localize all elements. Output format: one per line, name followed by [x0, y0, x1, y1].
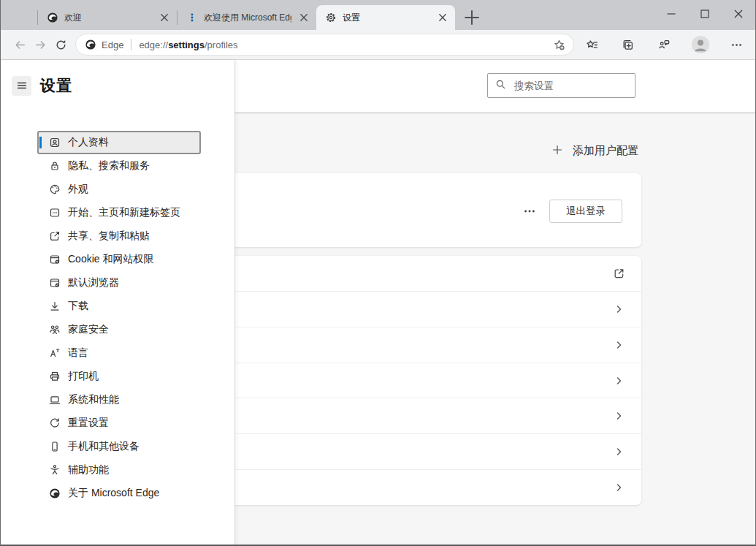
- gear-icon: [325, 12, 337, 23]
- refresh-button[interactable]: [50, 34, 71, 55]
- sidebar-item-label: 家庭安全: [68, 323, 109, 336]
- accessibility-icon: [49, 464, 61, 476]
- search-icon: [495, 79, 506, 93]
- tab-actions-button[interactable]: [11, 8, 28, 24]
- chevron-right-icon: [613, 446, 625, 458]
- search-input[interactable]: [513, 80, 627, 92]
- default-browser-icon: [49, 277, 61, 289]
- browser-window: 欢迎 欢迎使用 Microsoft Edg 设置: [0, 0, 756, 546]
- sidebar-item-printer[interactable]: 打印机: [38, 365, 200, 387]
- plus-icon: [551, 144, 563, 158]
- sidebar-item-lock[interactable]: 隐私、搜索和服务: [38, 155, 200, 177]
- toolbar-right-icons: [581, 34, 747, 55]
- sidebar-item-label: 隐私、搜索和服务: [68, 159, 150, 172]
- sidebar-item-reset[interactable]: 重置设置: [38, 412, 200, 434]
- address-bar[interactable]: Edge edge://settings/profiles: [75, 34, 574, 56]
- address-separator: [131, 39, 131, 50]
- window-controls: [654, 0, 755, 30]
- tab-welcome-edge[interactable]: 欢迎使用 Microsoft Edg: [177, 5, 316, 30]
- sidebar-item-label: 辅助功能: [68, 463, 109, 477]
- sidebar-item-label: 重置设置: [68, 417, 109, 430]
- add-profile-button[interactable]: 添加用户配置: [550, 140, 640, 161]
- person-card-icon: [49, 137, 61, 148]
- favorites-button[interactable]: [581, 34, 602, 55]
- sidebar-item-default-browser[interactable]: 默认浏览器: [38, 272, 200, 294]
- minimize-button[interactable]: [654, 0, 688, 28]
- tab-welcome[interactable]: 欢迎: [38, 5, 177, 30]
- add-profile-label: 添加用户配置: [573, 144, 638, 158]
- sign-out-button[interactable]: 退出登录: [549, 200, 622, 223]
- sidebar-item-language[interactable]: 语言: [38, 342, 200, 364]
- url-text: edge://settings/profiles: [139, 39, 237, 50]
- tab-title: 欢迎使用 Microsoft Edg: [204, 12, 291, 24]
- chevron-right-icon: [613, 410, 625, 422]
- sidebar-item-download[interactable]: 下载: [38, 295, 200, 317]
- printer-icon: [49, 371, 61, 382]
- new-tab-button[interactable]: [462, 8, 481, 27]
- sidebar-item-label: 下载: [68, 300, 88, 313]
- sidebar-item-label: 共享、复制和粘贴: [68, 230, 150, 243]
- sidebar-item-label: 个人资料: [68, 136, 109, 149]
- chevron-right-icon: [613, 374, 625, 387]
- sidebar-item-person-card[interactable]: 个人资料: [38, 132, 200, 153]
- close-window-button[interactable]: [722, 0, 755, 28]
- toolbar: Edge edge://settings/profiles: [1, 30, 755, 60]
- collections-button[interactable]: [618, 34, 638, 55]
- reset-icon: [49, 417, 61, 429]
- back-button[interactable]: [9, 34, 30, 55]
- forward-button[interactable]: [30, 34, 50, 55]
- sidebar-item-window-dots[interactable]: 开始、主页和新建标签页: [38, 202, 200, 224]
- family-icon: [49, 324, 61, 335]
- profile-more-button[interactable]: [520, 202, 539, 220]
- site-chip-label: Edge: [102, 39, 123, 50]
- profile-avatar-button[interactable]: [690, 34, 711, 55]
- browser-menu-button[interactable]: [726, 34, 747, 55]
- tab-title: 欢迎: [64, 12, 152, 24]
- sidebar-item-edge-logo[interactable]: 关于 Microsoft Edge: [38, 482, 200, 504]
- maximize-button[interactable]: [688, 0, 722, 28]
- cookie-site-icon: [49, 254, 61, 265]
- laptop-icon: [49, 394, 61, 406]
- sidebar-item-label: 系统和性能: [68, 393, 119, 406]
- sidebar-item-label: 默认浏览器: [68, 276, 119, 289]
- chevron-right-icon: [613, 303, 625, 315]
- phone-icon: [49, 441, 61, 452]
- settings-search-box[interactable]: [487, 73, 635, 98]
- sidebar-item-palette[interactable]: 外观: [38, 178, 200, 200]
- close-tab-button[interactable]: [436, 11, 449, 24]
- sidebar-item-label: 手机和其他设备: [68, 440, 140, 453]
- edge-logo-icon: [49, 488, 61, 499]
- sidebar-item-label: 外观: [68, 183, 88, 196]
- edge-logo-icon: [85, 39, 96, 50]
- close-tab-button[interactable]: [158, 11, 171, 24]
- sidebar-item-label: Cookie 和网站权限: [68, 253, 153, 266]
- settings-page: 添加用户配置 退出登录: [1, 60, 755, 545]
- share-icon: [49, 230, 61, 242]
- menu-toggle-button[interactable]: [12, 76, 31, 96]
- sidebar-header: 设置: [12, 75, 234, 96]
- palette-icon: [49, 183, 61, 195]
- add-favorite-button[interactable]: [549, 34, 569, 55]
- tabs: 欢迎 欢迎使用 Microsoft Edg 设置: [37, 5, 481, 30]
- blue-dots-icon: [186, 12, 198, 23]
- sidebar-item-phone[interactable]: 手机和其他设备: [38, 436, 200, 458]
- sidebar-item-laptop[interactable]: 系统和性能: [38, 389, 200, 411]
- close-tab-button[interactable]: [297, 11, 310, 24]
- window-dots-icon: [49, 207, 61, 219]
- tab-strip: 欢迎 欢迎使用 Microsoft Edg 设置: [1, 0, 755, 30]
- sidebar-item-label: 开始、主页和新建标签页: [68, 206, 180, 219]
- sidebar-nav: 个人资料 隐私、搜索和服务 外观 开始、主页和新建标签页 共享、复制和粘贴 Co…: [38, 132, 200, 504]
- sidebar-item-accessibility[interactable]: 辅助功能: [38, 459, 200, 481]
- sidebar-item-share[interactable]: 共享、复制和粘贴: [38, 225, 200, 247]
- lock-icon: [49, 160, 61, 172]
- sidebar-item-label: 语言: [68, 346, 88, 360]
- tab-title: 设置: [343, 12, 430, 24]
- language-icon: [49, 347, 61, 359]
- sidebar-item-cookie-site[interactable]: Cookie 和网站权限: [38, 249, 200, 270]
- chevron-right-icon: [613, 482, 625, 494]
- sidebar-item-family[interactable]: 家庭安全: [38, 319, 200, 341]
- tab-settings[interactable]: 设置: [316, 5, 455, 30]
- feedback-button[interactable]: [654, 34, 674, 55]
- settings-sidebar: 设置 个人资料 隐私、搜索和服务 外观 开始、主页和新建标签页 共享、复制和粘贴: [1, 60, 235, 545]
- sidebar-item-label: 关于 Microsoft Edge: [68, 487, 159, 500]
